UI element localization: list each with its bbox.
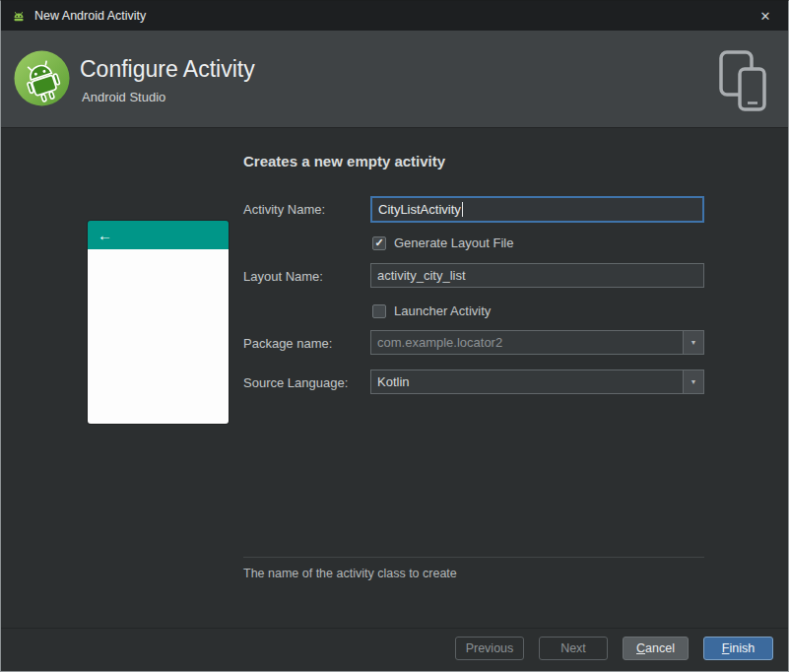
layout-name-input[interactable]: activity_city_list [370,263,704,288]
layout-name-label: Layout Name: [243,269,323,284]
chevron-down-icon: ▼ [690,378,697,385]
source-language-combobox[interactable]: Kotlin ▼ [370,370,704,394]
window-title: New Android Activity [34,9,146,23]
activity-name-value: CityListActivity [378,202,461,217]
generate-layout-label: Generate Layout File [394,235,513,250]
close-icon: ✕ [760,9,771,24]
package-name-value: com.example.locator2 [377,335,683,350]
form-separator [243,557,704,558]
back-arrow-icon: ← [98,227,112,243]
android-icon [11,8,27,24]
finish-button-label: Finish [722,641,755,655]
button-bar-separator [1,628,788,629]
field-help-text: The name of the activity class to create [243,567,457,580]
cancel-button-label: Cancel [636,641,675,655]
wizard-title: Configure Activity [80,56,255,83]
next-button-label: Next [560,641,586,655]
source-language-value: Kotlin [377,374,683,389]
check-icon: ✓ [374,237,383,248]
next-button: Next [539,637,608,660]
layout-name-value: activity_city_list [377,268,466,283]
launcher-activity-label: Launcher Activity [394,303,491,318]
finish-button[interactable]: Finish [703,637,773,660]
wizard-header: Configure Activity Android Studio [1,31,788,128]
preview-body [88,249,229,424]
activity-name-label: Activity Name: [243,202,325,217]
checkbox-checked-box: ✓ [372,236,386,250]
preview-appbar: ← [88,221,229,249]
package-name-label: Package name: [243,336,332,351]
title-bar: New Android Activity ✕ [1,1,788,31]
package-name-dropdown-button[interactable]: ▼ [683,331,703,354]
wizard-subtitle: Android Studio [82,90,165,104]
source-language-label: Source Language: [243,375,348,390]
checkbox-unchecked-box [372,304,386,318]
source-language-dropdown-button[interactable]: ▼ [683,370,703,393]
previous-button-label: Previous [466,641,514,655]
chevron-down-icon: ▼ [690,339,697,346]
activity-name-input[interactable]: CityListActivity [370,196,704,223]
package-name-combobox[interactable]: com.example.locator2 ▼ [370,330,704,355]
previous-button: Previous [455,637,524,660]
phone-tablet-icon [719,50,766,111]
cancel-button[interactable]: Cancel [623,637,689,660]
launcher-activity-checkbox[interactable]: Launcher Activity [372,303,491,318]
form-heading: Creates a new empty activity [243,153,445,169]
android-studio-logo-icon [14,50,70,106]
activity-preview-thumbnail: ← [88,221,229,424]
close-button[interactable]: ✕ [743,1,788,31]
new-android-activity-dialog: New Android Activity ✕ [0,0,789,672]
text-caret [462,202,463,217]
generate-layout-checkbox[interactable]: ✓ Generate Layout File [372,235,513,250]
